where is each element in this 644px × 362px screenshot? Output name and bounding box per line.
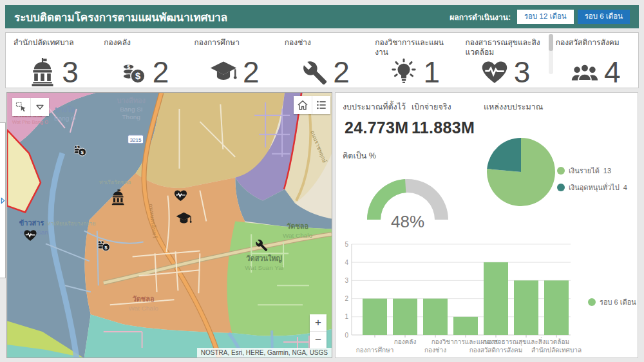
map-label-bang-si-thong-th: บางสีทอง <box>117 97 145 104</box>
home-icon <box>296 99 309 111</box>
department-label: กองวิชาการและแผนงาน <box>375 38 455 57</box>
map-label-wat-chalo2-th: วัดชลอ <box>133 295 155 303</box>
sidebar-collapse-strip[interactable] <box>0 122 6 278</box>
people-icon <box>571 58 599 86</box>
map-label-bang-o-en: Bang O <box>54 115 76 122</box>
department-label: กองสวัสดิการสังคม <box>556 38 636 57</box>
map-legend-button[interactable] <box>312 96 330 114</box>
department-card: กองวิชาการและแผนงาน 1 <box>367 33 457 88</box>
svg-text:กองสาธารณสุขและสิ่งแวดล้อม: กองสาธารณสุขและสิ่งแวดล้อม <box>483 337 569 346</box>
period-12-months-button[interactable]: รอบ 12 เดือน <box>517 10 574 24</box>
map-zoom-control: + − <box>310 314 327 348</box>
map-label-khao-san-th: ข้าวสาร <box>19 219 44 227</box>
map-label-wat-chalo2-en: Wat Chalo <box>129 305 159 312</box>
map-label-wat-suan-yai-th: วัดสวนใหญ่ <box>246 254 282 263</box>
legend-value: 4 <box>623 184 627 191</box>
chevron-down-icon <box>33 100 46 113</box>
department-card: กองการศึกษา 2 <box>187 33 277 88</box>
department-label: กองการศึกษา <box>194 38 274 57</box>
wrench-icon <box>299 58 328 86</box>
department-count: 2 <box>333 57 350 87</box>
legend-label: รอบ 6 เดือน <box>600 296 636 308</box>
pie-legend-item: เงินรายได้ 13 <box>557 165 611 176</box>
legend-list-icon <box>315 99 328 111</box>
department-kpi-row: สำนักปลัดเทศบาล 3 กองคลัง 2 กองการศึกษา … <box>5 32 639 88</box>
svg-text:กองช่าง: กองช่าง <box>424 347 446 354</box>
budget-source-label: แหล่งงบประมาณ <box>484 100 543 113</box>
department-count: 4 <box>604 57 621 87</box>
map-home-button[interactable] <box>294 96 312 114</box>
department-count: 1 <box>423 57 440 87</box>
dashboard-page: ระบบติดตามโครงการตามแผนพัฒนาเทศบาล ผลการ… <box>0 0 644 362</box>
disbursed-label: เบิกจ่ายจริง <box>412 100 451 113</box>
svg-text:3: 3 <box>345 277 348 284</box>
svg-text:4: 4 <box>345 259 348 266</box>
legend-dot <box>557 184 565 191</box>
app-header: ระบบติดตามโครงการตามแผนพัฒนาเทศบาล ผลการ… <box>5 5 639 28</box>
legend-label: เงินอุดหนุนทั่วไป <box>569 182 620 193</box>
map-label-wat-pho-bang-o-en: Wat Pho Bang O <box>12 119 48 125</box>
performance-label: ผลการดำเนินงาน: <box>450 11 511 23</box>
heart-pulse-icon <box>480 58 509 86</box>
department-label: กองสาธารณสุขและสิ่งแวดล้อม <box>465 38 545 57</box>
map-canvas[interactable]: บางโอ Bang O บางสีทอง Bang Si Thong วัดโ… <box>7 93 332 357</box>
kpi-scrollbar[interactable] <box>549 34 553 74</box>
department-card: กองช่าง 2 <box>277 33 367 88</box>
period-6-months-button[interactable]: รอบ 6 เดือน <box>578 10 630 24</box>
expand-arrow-icon <box>1 197 5 204</box>
map-toolbar-right <box>294 96 330 114</box>
svg-text:0: 0 <box>345 332 348 339</box>
budget-set-label: งบประมาณที่ตั้งไว้ <box>343 100 406 113</box>
map-label-bang-si-thong-en1: Bang Si <box>120 106 142 113</box>
bank-icon <box>28 58 57 86</box>
legend-value: 13 <box>603 167 611 175</box>
period-switcher: ผลการดำเนินงาน: รอบ 12 เดือน รอบ 6 เดือน <box>450 10 630 24</box>
budget-set-value: 24.773M <box>345 119 408 137</box>
map-label-bang-o-th: บางโอ <box>55 105 75 113</box>
department-label: สำนักปลัดเทศบาล <box>14 38 93 57</box>
select-tool-icon <box>15 100 28 113</box>
zoom-out-button[interactable]: − <box>310 331 327 348</box>
map-select-tool-button[interactable] <box>12 98 30 116</box>
page-title: ระบบติดตามโครงการตามแผนพัฒนาเทศบาล <box>14 8 227 26</box>
graduation-cap-icon <box>209 58 238 86</box>
department-count: 2 <box>243 57 260 87</box>
budget-panel: งบประมาณที่ตั้งไว้ 24.773M เบิกจ่ายจริง … <box>335 92 638 358</box>
legend-dot <box>557 167 565 175</box>
pie-chart[interactable] <box>486 137 556 207</box>
department-label: กองช่าง <box>285 38 365 57</box>
legend-label: เงินรายได้ <box>569 165 600 176</box>
svg-text:1: 1 <box>345 313 348 320</box>
map-label-wat-chalo-en: Wat Chalo <box>283 232 313 239</box>
department-label: กองคลัง <box>104 38 184 57</box>
zoom-in-button[interactable]: + <box>310 314 327 331</box>
department-card: กองคลัง 2 <box>96 33 186 88</box>
map-label-pier-bang-krai: ท่าเทียบเรือบางกราย <box>47 220 95 227</box>
svg-text:กองสวัสดิการสังคม: กองสวัสดิการสังคม <box>469 347 523 354</box>
bar-legend-item: รอบ 6 เดือน <box>588 296 636 308</box>
bar-chart[interactable]: 012345กองการศึกษากองคลังกองช่างกองวิชากา… <box>341 240 606 358</box>
svg-text:กองคลัง: กองคลัง <box>394 338 417 345</box>
department-card: สำนักปลัดเทศบาล 3 <box>6 33 96 88</box>
percent-label: คิดเป็น % <box>343 149 376 162</box>
pie-legend-item: เงินอุดหนุนทั่วไป 4 <box>557 182 627 193</box>
svg-text:สำนักปลัดเทศบาล: สำนักปลัดเทศบาล <box>531 347 582 354</box>
svg-text:2: 2 <box>345 295 348 302</box>
map-label-wat-suan-yai-en: Wat Suan Yai <box>245 264 283 271</box>
legend-dot <box>588 298 596 306</box>
gauge-value: 48% <box>379 212 436 232</box>
department-count: 3 <box>514 57 531 87</box>
map-dropdown-button[interactable] <box>30 98 49 116</box>
map-panel: บางโอ Bang O บางสีทอง Bang Si Thong วัดโ… <box>6 92 332 358</box>
department-count: 3 <box>62 57 79 87</box>
department-card: กองสวัสดิการสังคม 4 <box>548 33 638 88</box>
coins-icon <box>119 58 147 86</box>
disbursed-value: 11.883M <box>412 119 475 137</box>
kpi-scrollbar-thumb[interactable] <box>549 34 553 51</box>
lightbulb-icon <box>390 58 418 86</box>
map-label-wat-chalo-th: วัดชลอ <box>287 222 308 230</box>
map-label-pier-wat-chalo: ท่าเรือวัดชลอ <box>99 179 131 186</box>
map-toolbar-left <box>12 98 49 116</box>
svg-text:5: 5 <box>345 241 348 248</box>
map-attribution: NOSTRA, Esri, HERE, Garmin, NGA, USGS <box>197 348 332 357</box>
